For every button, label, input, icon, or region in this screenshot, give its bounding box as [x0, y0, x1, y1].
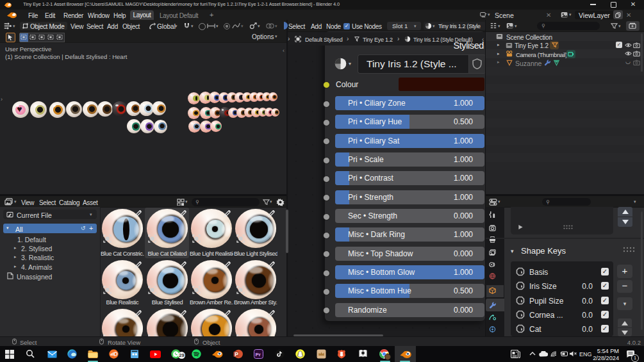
svg-text:Pr: Pr [256, 352, 261, 358]
svg-text:P: P [235, 351, 238, 358]
